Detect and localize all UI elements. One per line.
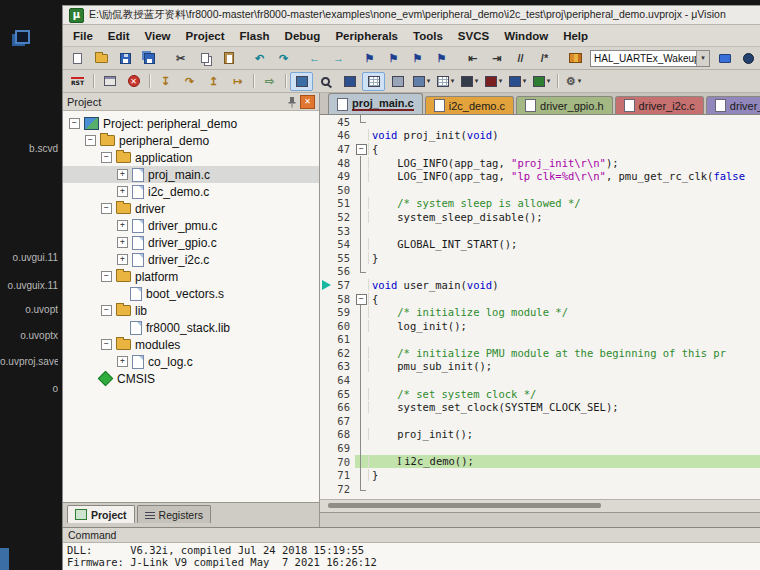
horizontal-scrollbar[interactable] xyxy=(320,499,760,512)
code-line-48[interactable]: 48 LOG_INFO(app_tag, "proj_init\r\n"); xyxy=(320,156,760,170)
expand-icon[interactable]: + xyxy=(117,254,128,265)
help-book-button[interactable] xyxy=(713,49,736,68)
watch-window-button[interactable]: ▾ xyxy=(410,72,433,91)
tree-item-i2c-demo-c[interactable]: +i2c_demo.c xyxy=(63,183,319,200)
save-all-button[interactable] xyxy=(138,49,161,68)
close-panel-icon[interactable]: ✕ xyxy=(300,95,315,109)
fold-collapse-icon[interactable]: − xyxy=(356,294,367,305)
fold-margin[interactable] xyxy=(355,441,368,455)
tree-item-cmsis[interactable]: CMSIS xyxy=(63,370,319,387)
register-window-button[interactable] xyxy=(362,72,385,91)
collapse-icon[interactable]: − xyxy=(101,271,112,282)
fold-margin[interactable] xyxy=(355,224,368,238)
copy-button[interactable] xyxy=(193,49,216,68)
expand-icon[interactable]: + xyxy=(117,220,128,231)
code-line-51[interactable]: 51 /* system sleep is allowed */ xyxy=(320,197,760,211)
code-line-52[interactable]: 52 system_sleep_disable(); xyxy=(320,210,760,224)
comment-selection-button[interactable]: // xyxy=(509,49,532,68)
chevron-down-icon[interactable]: ▾ xyxy=(499,77,503,85)
run-to-cursor-button[interactable]: ↦ xyxy=(226,72,249,91)
code-line-66[interactable]: 66 system_set_clock(SYSTEM_CLOCK_SEL); xyxy=(320,400,760,414)
editor-tab-driver-gpio-h[interactable]: driver_gpio.h xyxy=(516,96,613,114)
books-window-button[interactable] xyxy=(564,49,587,68)
tree-item-peripheral-demo[interactable]: −peripheral_demo xyxy=(63,132,319,149)
uncomment-selection-button[interactable]: /* xyxy=(533,49,556,68)
tree-item-fr8000-stack-lib[interactable]: fr8000_stack.lib xyxy=(63,319,319,336)
menu-item-help[interactable]: Help xyxy=(563,30,588,42)
disassembly-window-button[interactable] xyxy=(314,72,337,91)
paste-button[interactable] xyxy=(217,49,240,68)
menu-item-flash[interactable]: Flash xyxy=(240,30,270,42)
fold-margin[interactable] xyxy=(355,360,368,374)
pin-icon[interactable] xyxy=(287,96,297,108)
save-button[interactable] xyxy=(114,49,137,68)
tree-item-lib[interactable]: −lib xyxy=(63,302,319,319)
fold-margin[interactable]: − xyxy=(355,142,368,156)
fold-margin[interactable] xyxy=(355,197,368,211)
indent-button[interactable]: ⇥ xyxy=(485,49,508,68)
menu-item-tools[interactable]: Tools xyxy=(413,30,443,42)
fold-margin[interactable] xyxy=(355,333,368,347)
tree-item-driver[interactable]: −driver xyxy=(63,200,319,217)
code-line-60[interactable]: 60 log_init(); xyxy=(320,319,760,333)
fold-margin[interactable] xyxy=(355,169,368,183)
code-line-65[interactable]: 65 /* set system clock */ xyxy=(320,387,760,401)
editor-tab-driver-gpio-c[interactable]: driver_gpio.c xyxy=(706,96,760,114)
open-file-button[interactable] xyxy=(90,49,113,68)
bookmark-prev-button[interactable]: ⚑ xyxy=(382,49,405,68)
editor-tab-i2c-demo-c[interactable]: i2c_demo.c xyxy=(425,96,514,114)
code-line-55[interactable]: 55} xyxy=(320,251,760,265)
pack-installer-button[interactable] xyxy=(737,49,760,68)
code-line-53[interactable]: 53 xyxy=(320,224,760,238)
bookmark-toggle-button[interactable]: ⚑ xyxy=(358,49,381,68)
editor-tab-driver-i2c-c[interactable]: driver_i2c.c xyxy=(615,96,704,114)
panel-tab-registers[interactable]: Registers xyxy=(137,505,211,523)
chevron-down-icon[interactable]: ▾ xyxy=(696,51,709,66)
collapse-icon[interactable]: − xyxy=(85,135,96,146)
chevron-down-icon[interactable]: ▾ xyxy=(475,77,479,85)
step-over-button[interactable]: ↷ xyxy=(178,72,201,91)
menu-item-project[interactable]: Project xyxy=(186,30,225,42)
code-line-64[interactable]: 64 xyxy=(320,373,760,387)
chevron-down-icon[interactable]: ▾ xyxy=(578,77,582,85)
fold-margin[interactable] xyxy=(355,305,368,319)
fold-margin[interactable] xyxy=(355,265,368,279)
code-line-57[interactable]: 57void user_main(void) xyxy=(320,278,760,292)
menu-item-file[interactable]: File xyxy=(73,30,93,42)
code-line-49[interactable]: 49 LOG_INFO(app_tag, "lp clk=%d\r\n", pm… xyxy=(320,169,760,183)
fold-collapse-icon[interactable]: − xyxy=(356,144,367,155)
toolbox-button[interactable]: ⚙▾ xyxy=(562,72,585,91)
symbol-combobox[interactable]: HAL_UARTEx_WakeupCal▾ xyxy=(590,50,710,67)
code-line-50[interactable]: 50 xyxy=(320,183,760,197)
fold-margin[interactable] xyxy=(355,414,368,428)
collapse-icon[interactable]: − xyxy=(101,152,112,163)
new-file-button[interactable] xyxy=(66,49,89,68)
tree-item-co-log-c[interactable]: +co_log.c xyxy=(63,353,319,370)
editor-tab-proj-main-c[interactable]: proj_main.c xyxy=(328,93,423,114)
tree-item-driver-pmu-c[interactable]: +driver_pmu.c xyxy=(63,217,319,234)
code-line-70[interactable]: 70 Ii2c_demo(); xyxy=(320,455,760,469)
fold-margin[interactable] xyxy=(355,428,368,442)
menu-item-window[interactable]: Window xyxy=(504,30,548,42)
nav-back-button[interactable]: ← xyxy=(303,49,326,68)
chevron-down-icon[interactable]: ▾ xyxy=(427,77,431,85)
chevron-down-icon[interactable]: ▾ xyxy=(523,77,527,85)
chevron-down-icon[interactable]: ▾ xyxy=(451,77,455,85)
expand-icon[interactable]: + xyxy=(117,169,128,180)
tree-item-boot-vectors-s[interactable]: boot_vectors.s xyxy=(63,285,319,302)
fold-margin[interactable] xyxy=(355,129,368,143)
command-window-button[interactable] xyxy=(290,72,313,91)
fold-margin[interactable] xyxy=(355,278,368,292)
fold-margin[interactable] xyxy=(355,482,368,496)
code-line-59[interactable]: 59 /* initialize log module */ xyxy=(320,305,760,319)
tree-item-platform[interactable]: −platform xyxy=(63,268,319,285)
fold-margin[interactable] xyxy=(355,251,368,265)
expand-icon[interactable]: + xyxy=(117,186,128,197)
code-line-58[interactable]: 58−{ xyxy=(320,292,760,306)
code-editor[interactable]: 4546void proj_init(void)47−{48 LOG_INFO(… xyxy=(320,115,760,499)
fold-margin[interactable] xyxy=(355,373,368,387)
trace-window-button[interactable]: ▾ xyxy=(506,72,529,91)
system-viewer-button[interactable]: ▾ xyxy=(530,72,553,91)
fold-margin[interactable] xyxy=(355,115,368,129)
analysis-window-button[interactable]: ▾ xyxy=(482,72,505,91)
